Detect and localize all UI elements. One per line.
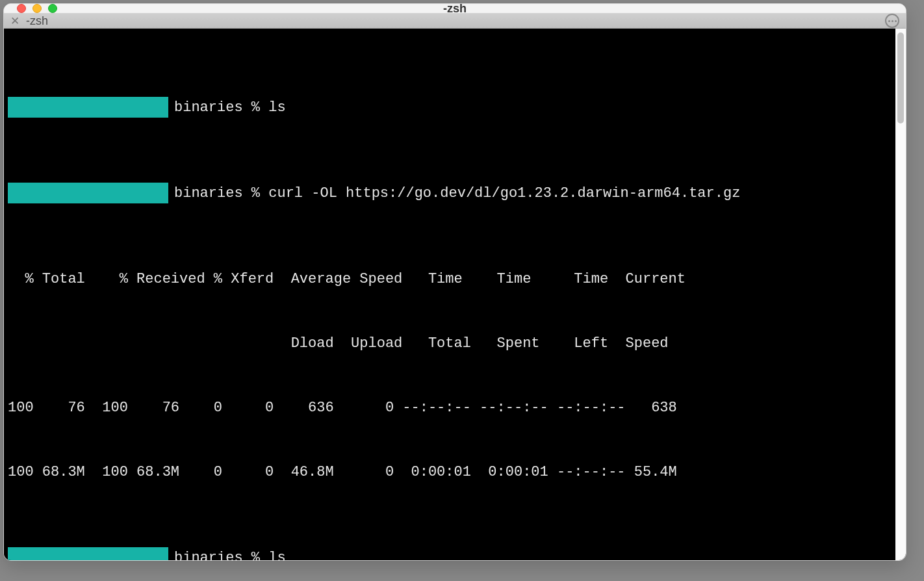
cmd: curl -OL https://go.dev/dl/go1.23.2.darw…: [268, 183, 740, 204]
prompt-host-redacted: [8, 97, 169, 118]
scrollbar[interactable]: [895, 29, 906, 561]
terminal-output[interactable]: binaries % ls binaries % curl -OL https:…: [4, 29, 895, 561]
prompt-host-redacted: [8, 547, 169, 561]
close-window-button[interactable]: [17, 4, 26, 13]
prompt-dir: binaries %: [174, 547, 268, 561]
tab-title: -zsh: [26, 14, 48, 28]
tabbar: ✕ -zsh: [4, 14, 906, 29]
zoom-window-button[interactable]: [48, 4, 57, 13]
output-line: % Total % Received % Xferd Average Speed…: [8, 268, 892, 290]
output-line: 100 76 100 76 0 0 636 0 --:--:-- --:--:-…: [8, 397, 892, 419]
minimize-window-button[interactable]: [32, 4, 42, 13]
close-tab-icon[interactable]: ✕: [10, 14, 19, 28]
output-line: 100 68.3M 100 68.3M 0 0 46.8M 0 0:00:01 …: [8, 461, 892, 483]
titlebar: -zsh: [4, 4, 906, 14]
tab-options-button[interactable]: [885, 14, 899, 28]
prompt-dir: binaries %: [174, 183, 268, 204]
prompt-line: binaries % ls: [8, 97, 892, 118]
prompt-line: binaries % curl -OL https://go.dev/dl/go…: [8, 183, 892, 204]
scrollbar-thumb[interactable]: [897, 32, 904, 123]
window-title: -zsh: [4, 3, 906, 16]
cmd: ls: [268, 97, 285, 118]
cmd: ls: [268, 547, 285, 561]
terminal-area: binaries % ls binaries % curl -OL https:…: [4, 29, 906, 561]
prompt-line: binaries % ls: [8, 547, 892, 561]
window-controls: [17, 4, 57, 13]
tab[interactable]: ✕ -zsh: [10, 14, 48, 28]
prompt-host-redacted: [8, 183, 169, 204]
prompt-dir: binaries %: [174, 97, 268, 118]
ellipsis-icon: [888, 20, 897, 22]
terminal-window: -zsh ✕ -zsh binaries % ls binaries % cur…: [3, 3, 906, 561]
output-line: Dload Upload Total Spent Left Speed: [8, 333, 892, 354]
